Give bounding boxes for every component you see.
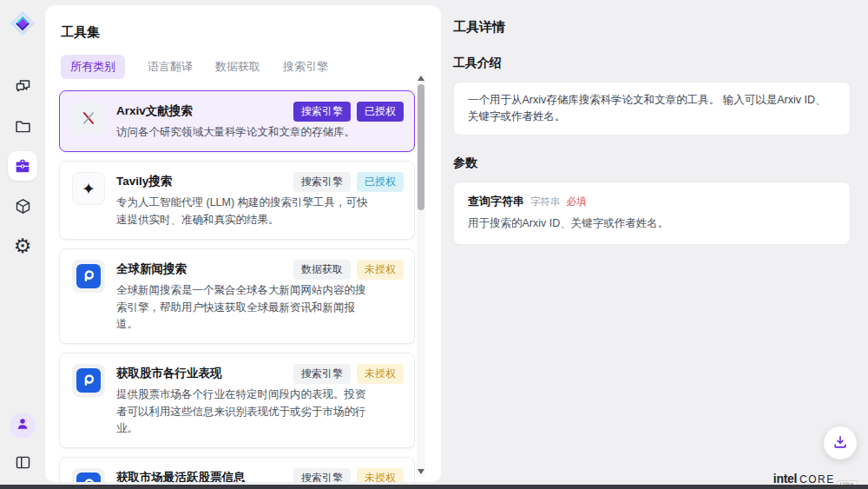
param-type: 字符串 (530, 195, 561, 208)
tool-card[interactable]: ✦Tavily搜索专为人工智能代理 (LLM) 构建的搜索引擎工具，可快速提供实… (59, 161, 415, 240)
tool-card[interactable]: 获取市场最活跃股票信息提供当天交易量最高的股票列表，投资者可以利用这些信息来识别… (59, 457, 415, 482)
sidebar: ⚙ (0, 0, 45, 489)
gear-icon: ⚙ (14, 236, 32, 256)
scroll-down-arrow-icon[interactable] (418, 469, 424, 474)
app-window: ⚙ 工具集 所有类别语言翻译数据获取搜索引擎 Arxiv文献搜索访问各个研究领域… (0, 0, 868, 489)
tool-card[interactable]: Arxiv文献搜索访问各个研究领域大量科学论文和文章的存储库。搜索引擎已授权 (59, 90, 415, 152)
auth-badge: 未授权 (357, 260, 404, 280)
newsq-icon (72, 364, 105, 397)
intro-heading: 工具介绍 (453, 56, 851, 71)
tool-detail-panel: 工具详情 工具介绍 一个用于从Arxiv存储库搜索科学论文和文章的工具。 输入可… (441, 0, 868, 489)
auth-badge: 未授权 (357, 364, 404, 384)
category-badge: 搜索引擎 (293, 468, 351, 482)
sidebar-item-panel[interactable] (8, 447, 37, 477)
intro-text: 一个用于从Arxiv存储库搜索科学论文和文章的工具。 输入可以是Arxiv ID… (468, 92, 836, 125)
category-badge: 搜索引擎 (293, 102, 351, 122)
param-desc: 用于搜索的Arxiv ID、关键字或作者姓名。 (468, 216, 836, 231)
avatar-icon (15, 416, 30, 435)
sidebar-item-models[interactable] (8, 191, 37, 221)
download-icon (832, 433, 849, 453)
core-text: CORE (799, 473, 835, 486)
tavily-icon: ✦ (72, 172, 105, 205)
toolbox-icon (13, 156, 32, 175)
scrollbar[interactable] (417, 73, 425, 477)
scrollbar-thumb[interactable] (418, 84, 424, 210)
download-button[interactable] (824, 426, 857, 459)
auth-badge: 未授权 (357, 468, 404, 482)
tool-desc: 全球新闻搜索是一个聚合全球各大新闻网站内容的搜索引擎，帮助用户快速获取全球最新资… (116, 282, 370, 333)
category-badge: 搜索引擎 (293, 364, 351, 384)
sidebar-nav: ⚙ (8, 71, 37, 261)
app-logo[interactable] (10, 10, 36, 36)
tool-card[interactable]: 获取股市各行业表现提供股票市场各个行业在特定时间段内的表现。投资者可以利用这些信… (59, 353, 415, 448)
tool-card[interactable]: 全球新闻搜索全球新闻搜索是一个聚合全球各大新闻网站内容的搜索引擎，帮助用户快速获… (59, 248, 415, 344)
sidebar-bottom (8, 413, 37, 477)
intro-card: 一个用于从Arxiv存储库搜索科学论文和文章的工具。 输入可以是Arxiv ID… (453, 82, 851, 135)
param-card: 查询字符串 字符串 必填 用于搜索的Arxiv ID、关键字或作者姓名。 (453, 182, 851, 245)
intel-text: intel (773, 472, 797, 486)
sidebar-item-tools[interactable] (8, 151, 37, 181)
newsq-icon (72, 260, 105, 293)
category-tab-2[interactable]: 数据获取 (215, 55, 260, 79)
params-heading: 参数 (453, 155, 851, 171)
cube-icon (14, 197, 32, 215)
detail-title: 工具详情 (453, 19, 851, 36)
tool-desc: 专为人工智能代理 (LLM) 构建的搜索引擎工具，可快速提供实时、准确和真实的结… (116, 195, 370, 228)
layout-icon (14, 453, 32, 472)
category-tabs: 所有类别语言翻译数据获取搜索引擎 (61, 55, 441, 79)
category-tab-0[interactable]: 所有类别 (61, 55, 125, 79)
newsq-icon (72, 468, 105, 482)
category-tab-1[interactable]: 语言翻译 (148, 55, 193, 79)
sidebar-item-settings[interactable]: ⚙ (8, 231, 37, 261)
param-head: 查询字符串 字符串 必填 (468, 194, 836, 209)
tool-list: Arxiv文献搜索访问各个研究领域大量科学论文和文章的存储库。搜索引擎已授权✦T… (59, 90, 415, 482)
toolset-panel: 工具集 所有类别语言翻译数据获取搜索引擎 Arxiv文献搜索访问各个研究领域大量… (45, 5, 441, 482)
intel-core-logo: intel CORE Ultra (773, 472, 858, 486)
param-name: 查询字符串 (468, 194, 524, 209)
arxiv-icon (72, 102, 105, 135)
window-bottom-bar (0, 485, 868, 489)
auth-badge: 已授权 (357, 172, 404, 192)
toolset-title: 工具集 (61, 24, 441, 41)
scroll-up-arrow-icon[interactable] (418, 76, 424, 81)
folder-icon (14, 117, 32, 135)
category-badge: 数据获取 (293, 260, 351, 280)
auth-badge: 已授权 (357, 102, 404, 122)
category-tab-3[interactable]: 搜索引擎 (283, 55, 328, 79)
tool-desc: 访问各个研究领域大量科学论文和文章的存储库。 (116, 124, 355, 141)
chat-icon (14, 77, 32, 96)
sidebar-item-files[interactable] (8, 111, 37, 141)
sidebar-item-chat[interactable] (8, 71, 37, 101)
category-badge: 搜索引擎 (293, 172, 351, 192)
tool-desc: 提供股票市场各个行业在特定时间段内的表现。投资者可以利用这些信息来识别表现优于或… (116, 387, 370, 437)
sidebar-item-profile[interactable] (10, 413, 36, 439)
param-required-badge: 必填 (567, 195, 587, 208)
